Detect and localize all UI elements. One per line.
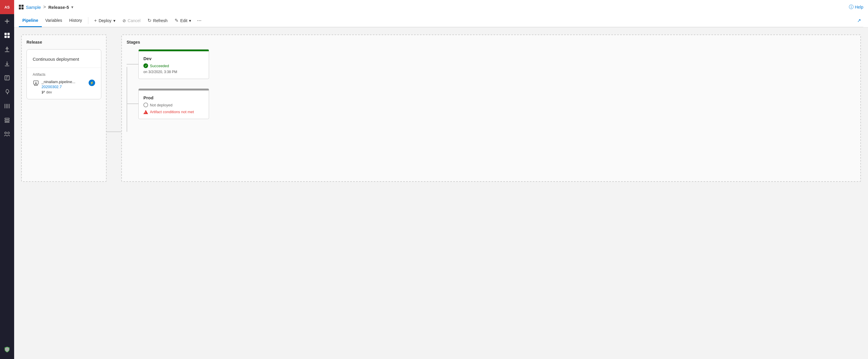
svg-rect-1 [7, 33, 10, 35]
dev-connector [127, 64, 138, 64]
help-button[interactable]: ⓘ Help [849, 0, 863, 14]
release-to-stages-connector [106, 132, 121, 132]
sidebar-icon-rocket[interactable] [0, 85, 14, 99]
more-button[interactable]: ··· [195, 16, 204, 25]
release-card-top: Continuous deployment [27, 50, 101, 68]
artifact-branch: dev [41, 90, 86, 94]
dev-stage-date: on 3/2/2020, 3:38 PM [144, 70, 204, 74]
sidebar-icon-test[interactable] [0, 71, 14, 85]
sidebar-icon-download[interactable] [0, 57, 14, 71]
release-card-bottom: Artifacts _ninallam.pipeline... [27, 68, 101, 99]
sidebar-icon-shield[interactable] [0, 342, 14, 357]
artifact-version[interactable]: 20200302.7 [41, 85, 86, 89]
svg-point-11 [42, 91, 43, 92]
release-card: Continuous deployment Artifacts [27, 49, 101, 99]
stages-section-title: Stages [127, 40, 856, 45]
continuous-deployment-label: Continuous deployment [33, 57, 79, 62]
prod-stage-status: Not deployed [144, 103, 204, 107]
release-section-title: Release [27, 40, 101, 45]
artifact-info: _ninallam.pipeline... 20200302.7 dev [41, 80, 86, 94]
help-label: Help [855, 5, 863, 9]
dev-card-body: Dev ✓ Succeeded on 3/2/2020, 3:38 PM [139, 51, 209, 79]
svg-rect-7 [5, 122, 9, 122]
breadcrumb-release: Release-5 [48, 5, 69, 10]
deploy-button[interactable]: + Deploy ▾ [91, 16, 119, 25]
sidebar-icon-library[interactable] [0, 99, 14, 113]
stage-row-dev: Dev ✓ Succeeded on 3/2/2020, 3:38 PM [127, 49, 856, 79]
expand-icon[interactable]: ↗ [855, 15, 863, 26]
prod-stage-name: Prod [144, 95, 204, 100]
tab-pipeline[interactable]: Pipeline [19, 15, 42, 27]
sidebar: AS [0, 0, 14, 359]
prod-stage-warning: Artifact conditions not met [144, 110, 204, 114]
svg-rect-0 [4, 33, 7, 35]
help-icon: ⓘ [849, 4, 854, 10]
artifact-conditions-label: Artifact conditions not met [150, 110, 194, 114]
sidebar-icon-deploy[interactable] [0, 43, 14, 57]
tab-variables[interactable]: Variables [42, 15, 66, 27]
svg-point-8 [5, 132, 6, 134]
success-icon: ✓ [144, 63, 148, 68]
main-content: Sample > Release-5 ▾ ⓘ Help Pipeline Var… [14, 0, 868, 359]
edit-icon: ✎ [175, 18, 179, 23]
svg-rect-2 [4, 36, 7, 38]
sidebar-icon-taskgroup[interactable] [0, 113, 14, 127]
stages-vertical-connector [127, 67, 127, 132]
edit-chevron-icon: ▾ [189, 18, 191, 23]
artifact-name: _ninallam.pipeline... [41, 80, 86, 84]
prod-connector [127, 104, 138, 104]
prod-card-body: Prod Not deployed Artifact conditions no… [139, 90, 209, 119]
stage-card-prod[interactable]: Prod Not deployed Artifact conditions no… [138, 88, 209, 119]
artifacts-label: Artifacts [33, 73, 95, 77]
sidebar-icon-plus[interactable] [0, 14, 14, 28]
header: Sample > Release-5 ▾ ⓘ Help Pipeline Var… [14, 0, 868, 27]
breadcrumb: Sample > Release-5 ▾ [19, 0, 73, 14]
plus-icon: + [94, 18, 97, 23]
sidebar-icon-deployment-groups[interactable] [0, 127, 14, 141]
chevron-down-icon[interactable]: ▾ [71, 5, 73, 9]
stage-row-prod: Prod Not deployed Artifact conditions no… [127, 88, 856, 119]
cancel-button[interactable]: ⊘ Cancel [119, 16, 144, 25]
stage-card-dev[interactable]: Dev ✓ Succeeded on 3/2/2020, 3:38 PM [138, 49, 209, 79]
breadcrumb-project[interactable]: Sample [26, 5, 41, 10]
canvas: Release Continuous deployment Artifacts [14, 27, 868, 359]
artifact-branch-name: dev [46, 90, 52, 94]
avatar: AS [0, 0, 14, 14]
svg-rect-3 [7, 36, 10, 38]
artifact-badge: ⚡ [89, 80, 95, 86]
cancel-icon: ⊘ [123, 18, 126, 23]
dev-stage-status: ✓ Succeeded [144, 63, 204, 68]
warning-icon [144, 110, 148, 114]
tab-history[interactable]: History [66, 15, 86, 27]
release-section: Release Continuous deployment Artifacts [21, 34, 106, 182]
grid-icon [19, 5, 24, 9]
breadcrumb-separator: > [43, 4, 46, 10]
refresh-button[interactable]: ↻ Refresh [144, 16, 171, 25]
pipeline-container: Release Continuous deployment Artifacts [21, 34, 861, 182]
dev-stage-name: Dev [144, 56, 204, 61]
artifact-row: _ninallam.pipeline... 20200302.7 dev ⚡ [33, 80, 95, 94]
toolbar-divider [88, 17, 88, 24]
sidebar-icon-board[interactable] [0, 28, 14, 43]
stages-section: Stages Dev ✓ [121, 34, 861, 182]
not-deployed-icon [144, 103, 148, 107]
toolbar: Pipeline Variables History + Deploy ▾ ⊘ … [19, 14, 863, 27]
dev-status-label: Succeeded [150, 64, 169, 68]
svg-rect-5 [5, 118, 9, 119]
refresh-icon: ↻ [148, 18, 151, 23]
deploy-chevron-icon: ▾ [113, 18, 116, 23]
prod-status-label: Not deployed [150, 103, 173, 107]
svg-point-12 [44, 91, 45, 92]
svg-rect-6 [5, 120, 9, 121]
edit-button[interactable]: ✎ Edit ▾ [171, 16, 195, 25]
artifact-icon [33, 80, 39, 88]
svg-point-9 [8, 132, 9, 134]
